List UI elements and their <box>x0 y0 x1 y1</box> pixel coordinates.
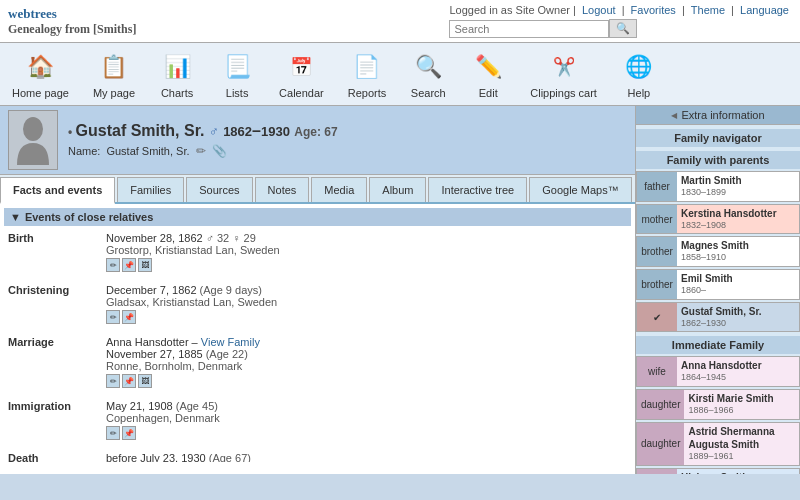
event-death-detail: before July 23, 1930 (Age 67) Sparks, Wa… <box>104 450 631 462</box>
person-emil-smith[interactable]: Emil Smith 1860– <box>677 270 799 299</box>
view-family-link[interactable]: View Family <box>201 336 260 348</box>
death-year: 1930 <box>261 124 290 139</box>
tab-album[interactable]: Album <box>369 177 426 202</box>
nav-help-label: Help <box>628 87 651 99</box>
events-section-header: ▼ Events of close relatives <box>4 208 631 226</box>
nav-mypage[interactable]: 📋 My page <box>81 45 147 103</box>
name-edit-icon[interactable]: ✏ <box>196 144 206 158</box>
birth-year: 1862 <box>223 124 252 139</box>
imm-row-wife: wife Anna Hansdotter 1864–1945 <box>636 356 800 387</box>
person-magnes-smith[interactable]: Magnes Smith 1858–1910 <box>677 237 799 266</box>
person-hjalmar1-smith[interactable]: Hjalmar Smith 1891–1894 <box>677 469 799 475</box>
name-row: Name: Gustaf Smith, Sr. ✏ 📎 <box>68 144 338 158</box>
imm-row-son-hjalmar1: son Hjalmar Smith 1891–1894 <box>636 468 800 475</box>
main: • Gustaf Smith, Sr. ♂ 1862–1930 Age: 67 … <box>0 106 800 474</box>
age-text: Age: 67 <box>294 125 337 139</box>
nav-home-label: Home page <box>12 87 69 99</box>
language-link[interactable]: Language <box>740 4 789 16</box>
event-birth-detail: November 28, 1862 ♂ 32 ♀ 29 Grostorp, Kr… <box>104 230 631 274</box>
tab-sources[interactable]: Sources <box>186 177 252 202</box>
logo: webtrees Genealogy from [Smiths] <box>8 6 136 37</box>
header-right: Logged in as Site Owner | Logout | Favor… <box>449 4 792 38</box>
person-anna-hansdotter[interactable]: Anna Hansdotter 1864–1945 <box>677 357 799 386</box>
event-christening: Christening December 7, 1862 (Age 9 days… <box>4 282 631 326</box>
event-marriage-label: Marriage <box>4 334 104 390</box>
tab-notes[interactable]: Notes <box>255 177 310 202</box>
logout-link[interactable]: Logout <box>582 4 616 16</box>
person-kerstina-hansdotter[interactable]: Kerstina Hansdotter 1832–1908 <box>677 205 799 234</box>
person-astrid-smith[interactable]: Astrid Shermanna Augusta Smith 1889–1961 <box>684 423 799 465</box>
nav-clippings-label: Clippings cart <box>530 87 597 99</box>
immigration-source-icon[interactable]: 📌 <box>122 426 136 440</box>
person-gustaf-self[interactable]: Gustaf Smith, Sr. 1862–1930 <box>677 303 799 332</box>
event-marriage-detail: Anna Hansdotter – View Family November 2… <box>104 334 631 390</box>
person-name: • Gustaf Smith, Sr. ♂ 1862–1930 Age: 67 <box>68 122 338 140</box>
relation-mother: mother <box>637 205 677 234</box>
header: webtrees Genealogy from [Smiths] Logged … <box>0 0 800 43</box>
christening-edit-icon[interactable]: ✏ <box>106 310 120 324</box>
theme-link[interactable]: Theme <box>691 4 725 16</box>
relation-father: father <box>637 172 677 201</box>
family-row-brother-magnes: brother Magnes Smith 1858–1910 <box>636 236 800 267</box>
extra-info-label: Extra information <box>681 109 764 121</box>
immigration-edit-icon[interactable]: ✏ <box>106 426 120 440</box>
calendar-icon: 📅 <box>283 49 319 85</box>
event-immigration-detail: May 21, 1908 (Age 45) Copenhagen, Denmar… <box>104 398 631 442</box>
imm-relation-son1: son <box>637 469 677 475</box>
nav: 🏠 Home page 📋 My page 📊 Charts 📃 Lists 📅… <box>0 43 800 106</box>
nav-reports[interactable]: 📄 Reports <box>336 45 399 103</box>
nav-help[interactable]: 🌐 Help <box>609 45 669 103</box>
person-kirsti-smith[interactable]: Kirsti Marie Smith 1886–1966 <box>684 390 799 419</box>
charts-icon: 📊 <box>159 49 195 85</box>
tab-interactive-tree[interactable]: Interactive tree <box>428 177 527 202</box>
nav-edit[interactable]: ✏️ Edit <box>458 45 518 103</box>
imm-relation-daughter-astrid: daughter <box>637 423 684 465</box>
nav-charts-label: Charts <box>161 87 193 99</box>
extra-info-header: ◀ Extra information <box>636 106 800 125</box>
christening-source-icon[interactable]: 📌 <box>122 310 136 324</box>
tab-google-maps[interactable]: Google Maps™ <box>529 177 631 202</box>
tabs: Facts and events Families Sources Notes … <box>0 175 635 204</box>
nav-search-label: Search <box>411 87 446 99</box>
family-row-mother: mother Kerstina Hansdotter 1832–1908 <box>636 204 800 235</box>
birth-source-icon[interactable]: 📌 <box>122 258 136 272</box>
nav-lists[interactable]: 📃 Lists <box>207 45 267 103</box>
nav-home[interactable]: 🏠 Home page <box>0 45 81 103</box>
marriage-edit-icon[interactable]: ✏ <box>106 374 120 388</box>
family-row-father: father Martin Smith 1830–1899 <box>636 171 800 202</box>
family-navigator-title: Family navigator <box>636 129 800 147</box>
birth-edit-icon[interactable]: ✏ <box>106 258 120 272</box>
name-value: Gustaf Smith, Sr. <box>106 145 189 157</box>
search-button[interactable]: 🔍 <box>609 19 637 38</box>
imm-row-daughter-astrid: daughter Astrid Shermanna Augusta Smith … <box>636 422 800 466</box>
events-section-label: Events of close relatives <box>25 211 153 223</box>
logged-in-text: Logged in as Site Owner <box>449 4 569 16</box>
name-source-icon[interactable]: 📎 <box>212 144 227 158</box>
avatar-silhouette <box>13 115 53 165</box>
imm-relation-daughter-kirsti: daughter <box>637 390 684 419</box>
person-martin-smith[interactable]: Martin Smith 1830–1899 <box>677 172 799 201</box>
event-birth-label: Birth <box>4 230 104 274</box>
nav-lists-label: Lists <box>226 87 249 99</box>
birth-media-icon[interactable]: 🖼 <box>138 258 152 272</box>
nav-clippings[interactable]: ✂️ Clippings cart <box>518 45 609 103</box>
search-bar: 🔍 <box>449 19 792 38</box>
nav-calendar[interactable]: 📅 Calendar <box>267 45 336 103</box>
family-with-parents-title: Family with parents <box>636 151 800 169</box>
event-death: Death before July 23, 1930 (Age 67) Spar… <box>4 450 631 462</box>
tab-families[interactable]: Families <box>117 177 184 202</box>
tab-facts-events[interactable]: Facts and events <box>0 177 115 204</box>
left-panel: • Gustaf Smith, Sr. ♂ 1862–1930 Age: 67 … <box>0 106 635 474</box>
marriage-media-icon[interactable]: 🖼 <box>138 374 152 388</box>
marriage-source-icon[interactable]: 📌 <box>122 374 136 388</box>
event-marriage: Marriage Anna Hansdotter – View Family N… <box>4 334 631 390</box>
logo-text: webtrees <box>8 6 136 22</box>
event-christening-label: Christening <box>4 282 104 326</box>
favorites-link[interactable]: Favorites <box>631 4 676 16</box>
content: ▼ Events of close relatives Birth Novemb… <box>0 204 635 462</box>
nav-charts[interactable]: 📊 Charts <box>147 45 207 103</box>
nav-calendar-label: Calendar <box>279 87 324 99</box>
search-input[interactable] <box>449 20 609 38</box>
tab-media[interactable]: Media <box>311 177 367 202</box>
nav-search[interactable]: 🔍 Search <box>398 45 458 103</box>
